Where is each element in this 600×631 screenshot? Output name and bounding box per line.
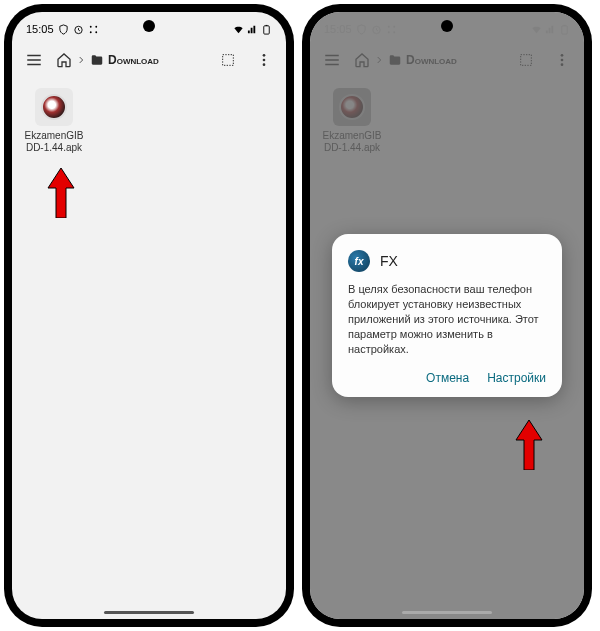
chevron-right-icon (76, 55, 86, 65)
clock: 15:05 (26, 23, 54, 35)
select-icon (220, 52, 236, 68)
front-camera (143, 20, 155, 32)
svg-point-8 (263, 54, 266, 57)
modal-overlay[interactable]: fx FX В целях безопасности ваш телефон б… (310, 12, 584, 619)
phone-right: 15:05 Download (302, 4, 592, 627)
settings-button[interactable]: Настройки (487, 371, 546, 385)
folder-icon (90, 53, 104, 67)
svg-point-4 (95, 31, 97, 33)
more-vert-icon (256, 52, 272, 68)
annotation-arrow-right (514, 420, 544, 470)
home-icon (56, 52, 72, 68)
fx-app-icon: fx (348, 250, 370, 272)
screen-right: 15:05 Download (310, 12, 584, 619)
svg-rect-5 (264, 25, 270, 33)
phone-left: 15:05 Download (4, 4, 294, 627)
file-name: EkzamenGIBDD-1.44.apk (24, 130, 84, 154)
hamburger-icon (25, 51, 43, 69)
breadcrumb-label: Download (108, 53, 159, 67)
navigation-bar[interactable] (402, 611, 492, 614)
front-camera (441, 20, 453, 32)
svg-point-10 (263, 63, 266, 66)
svg-point-3 (89, 31, 91, 33)
svg-rect-7 (223, 55, 234, 66)
apk-file-icon (35, 88, 73, 126)
wifi-icon (233, 24, 244, 35)
shield-icon (58, 24, 69, 35)
svg-point-1 (89, 25, 91, 27)
dialog-title: FX (380, 253, 398, 269)
file-grid: EkzamenGIBDD-1.44.apk (12, 80, 286, 162)
annotation-arrow-left (46, 168, 76, 218)
app-toolbar: Download (12, 40, 286, 80)
cancel-button[interactable]: Отмена (426, 371, 469, 385)
apk-file[interactable]: EkzamenGIBDD-1.44.apk (24, 88, 84, 154)
select-button[interactable] (214, 46, 242, 74)
navigation-bar[interactable] (104, 611, 194, 614)
svg-point-2 (95, 25, 97, 27)
menu-button[interactable] (20, 46, 48, 74)
timer-icon (73, 24, 84, 35)
screen-left: 15:05 Download (12, 12, 286, 619)
install-blocked-dialog: fx FX В целях безопасности ваш телефон б… (332, 234, 562, 396)
svg-rect-6 (266, 24, 268, 25)
dialog-message: В целях безопасности ваш телефон блокиру… (348, 282, 546, 356)
signal-icon (247, 24, 258, 35)
breadcrumb[interactable]: Download (56, 52, 206, 68)
battery-icon (261, 24, 272, 35)
svg-point-9 (263, 59, 266, 62)
dots-icon (88, 24, 99, 35)
more-button[interactable] (250, 46, 278, 74)
